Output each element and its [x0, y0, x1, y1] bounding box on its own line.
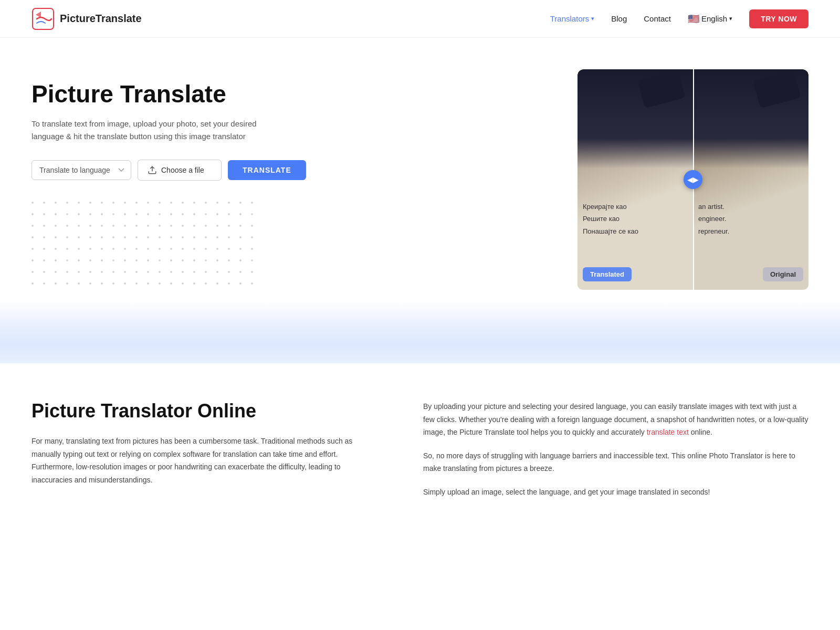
translate-button[interactable]: TRANSLATE: [228, 160, 306, 180]
dot: [147, 259, 149, 261]
dot: [78, 202, 80, 204]
dot: [182, 282, 184, 285]
chevron-down-icon: ▾: [729, 15, 732, 22]
dot: [78, 213, 80, 215]
dot: [147, 202, 149, 204]
dot: [205, 259, 207, 261]
dot: [182, 248, 184, 250]
dot: [216, 236, 218, 238]
dot: [170, 202, 172, 204]
dot: [135, 202, 138, 204]
lower-title: Picture Translator Online: [32, 400, 381, 422]
dot: [66, 248, 68, 250]
dot: [205, 248, 207, 250]
dot: [124, 225, 126, 227]
lower-left: Picture Translator Online For many, tran…: [32, 400, 381, 509]
dot: [251, 282, 253, 285]
try-now-button[interactable]: TRY NOW: [749, 9, 808, 28]
dot: [239, 259, 242, 261]
dot: [159, 248, 161, 250]
dot: [89, 225, 91, 227]
dot: [147, 271, 149, 273]
dot: [78, 248, 80, 250]
dot: [159, 213, 161, 215]
dot: [101, 259, 103, 261]
dot: [32, 202, 34, 204]
dot: [89, 236, 91, 238]
dot: [124, 202, 126, 204]
dot: [170, 236, 172, 238]
choose-file-label: Choose a file: [161, 166, 204, 174]
dot: [239, 282, 242, 285]
dot: [205, 213, 207, 215]
dot: [147, 236, 149, 238]
dot: [89, 271, 91, 273]
dot: [182, 202, 184, 204]
dot: [112, 282, 114, 285]
dot: [55, 236, 57, 238]
dot: [239, 236, 242, 238]
dot: [251, 202, 253, 204]
dot: [124, 236, 126, 238]
dot: [251, 248, 253, 250]
dot: [239, 213, 242, 215]
dot: [32, 213, 34, 215]
dot: [251, 236, 253, 238]
dot-grid-decoration: [32, 202, 336, 291]
dot: [101, 271, 103, 273]
dot: [55, 248, 57, 250]
dot: [216, 213, 218, 215]
dot: [89, 259, 91, 261]
nav-contact[interactable]: Contact: [644, 14, 671, 23]
dot: [216, 259, 218, 261]
dot: [170, 259, 172, 261]
dot: [112, 225, 114, 227]
dot: [216, 271, 218, 273]
dot: [205, 282, 207, 285]
dot: [43, 225, 45, 227]
dot: [159, 202, 161, 204]
dot: [101, 213, 103, 215]
choose-file-button[interactable]: Choose a file: [138, 160, 222, 181]
dot: [170, 248, 172, 250]
dot: [135, 271, 138, 273]
lower-right-para1: By uploading your picture and selecting …: [423, 400, 808, 439]
lower-right-para2: So, no more days of struggling with lang…: [423, 449, 808, 475]
dot: [205, 236, 207, 238]
dot: [89, 202, 91, 204]
dot: [78, 282, 80, 285]
dot: [135, 259, 138, 261]
dot: [193, 202, 195, 204]
hero-controls: Translate to language English Spanish Fr…: [32, 160, 336, 181]
nav-translators[interactable]: Translators ▾: [550, 14, 594, 23]
dot: [55, 225, 57, 227]
language-select[interactable]: Translate to language English Spanish Fr…: [32, 160, 131, 180]
dot: [78, 236, 80, 238]
gradient-divider: [0, 300, 840, 363]
translate-text-link[interactable]: translate text: [647, 428, 689, 436]
dot: [112, 213, 114, 215]
dot: [101, 202, 103, 204]
dot: [66, 236, 68, 238]
dot: [182, 271, 184, 273]
nav-language-selector[interactable]: 🇺🇸 English ▾: [688, 13, 732, 25]
dot: [228, 225, 230, 227]
upload-icon: [148, 165, 157, 175]
logo[interactable]: PictureTranslate: [32, 7, 142, 30]
dot: [66, 213, 68, 215]
dot: [43, 202, 45, 204]
dot: [78, 271, 80, 273]
compare-handle[interactable]: ◀▶: [684, 170, 702, 189]
nav-blog[interactable]: Blog: [611, 14, 627, 23]
dot: [124, 248, 126, 250]
lower-left-body: For many, translating text from pictures…: [32, 435, 381, 486]
compare-left-panel: Креирајте као Решите као Понашајте се ка…: [578, 69, 693, 290]
dot: [193, 282, 195, 285]
dot: [135, 282, 138, 285]
dot: [112, 236, 114, 238]
dot: [124, 282, 126, 285]
dot: [43, 271, 45, 273]
nav-links: Translators ▾ Blog Contact 🇺🇸 English ▾ …: [550, 9, 808, 28]
dot: [147, 225, 149, 227]
page-title: Picture Translate: [32, 80, 336, 108]
